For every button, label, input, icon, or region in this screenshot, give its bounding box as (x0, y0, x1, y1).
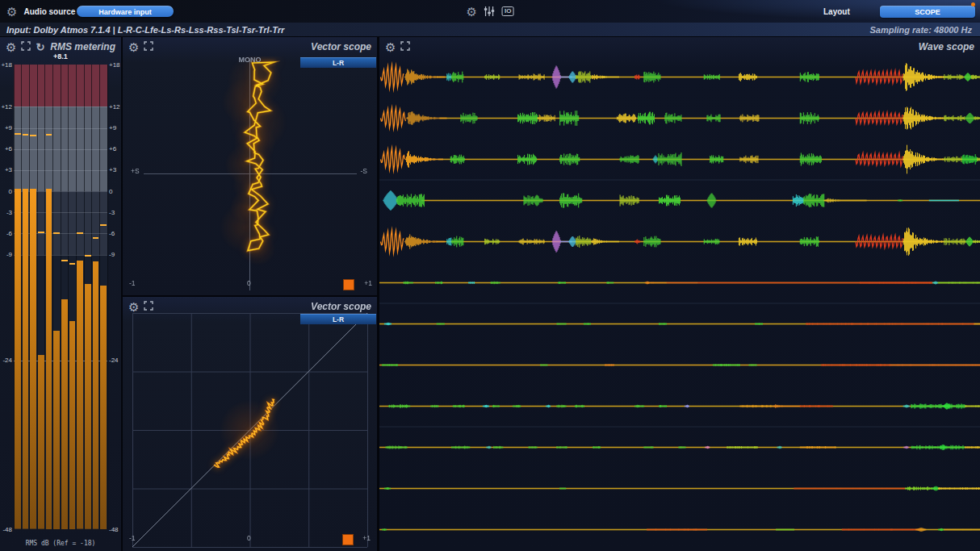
minus-s-label: -S (361, 167, 368, 175)
top-center-toolbar: ⚙ IO (467, 0, 514, 23)
db-scale-label: +3 (109, 166, 116, 173)
layout-label[interactable]: Layout (823, 7, 850, 16)
vst-trace-color-swatch[interactable] (343, 279, 354, 290)
rms-peak-Lfe (38, 232, 44, 233)
rms-peak-Tsl (77, 232, 83, 234)
plus-s-label: +S (131, 167, 140, 175)
db-scale-label: -48 (109, 526, 119, 533)
rms-peak-R (23, 134, 29, 136)
scope-button[interactable]: SCOPE (880, 6, 975, 18)
db-scale-label: +18 (109, 61, 120, 69)
vector-top-header: ⚙ Vector scope (123, 37, 377, 56)
vector-top-fullscreen-icon[interactable] (144, 40, 153, 53)
rms-panel-title: RMS metering (50, 41, 115, 52)
rms-bar-Tsr (85, 284, 91, 529)
rms-bar-C (30, 189, 36, 529)
rms-peak-Trl (93, 237, 99, 239)
rms-peak-Tsr (85, 255, 91, 257)
db-scale-label: -24 (109, 357, 119, 364)
status-dot (971, 2, 975, 6)
rms-meter-plot (14, 65, 107, 529)
rms-bar-Rss (69, 321, 76, 529)
db-scale-label: 0 (1, 188, 12, 195)
top-bar: ⚙ Audio source Hardware input ⚙ IO Layou… (0, 0, 980, 23)
audio-source-label: Audio source (23, 7, 75, 16)
vst-axis-zero-label: 0 (247, 279, 251, 287)
db-scale-label: -3 (1, 209, 12, 216)
rms-bar-Trr (100, 286, 107, 529)
db-scale-label: -6 (1, 230, 12, 237)
rms-bar-Ls (46, 189, 52, 529)
rms-bar-R (23, 189, 29, 529)
wave-panel-header: ⚙ Wave scope (379, 37, 980, 56)
input-format-text: Input: Dolby Atmos 7.1.4 | L-R-C-Lfe-Ls-… (6, 25, 284, 35)
vsb-trace-color-swatch[interactable] (342, 534, 354, 545)
db-scale-label: +6 (1, 145, 12, 152)
rms-peak-Rs (53, 232, 60, 234)
io-routing-icon[interactable]: IO (502, 6, 513, 16)
db-scale-label: +12 (109, 103, 120, 111)
info-bar: Input: Dolby Atmos 7.1.4 | L-R-C-Lfe-Ls-… (0, 23, 980, 36)
wave-scope-display (379, 56, 980, 550)
vector-scope-display-top (123, 56, 377, 295)
settings-gear-icon[interactable]: ⚙ (6, 6, 17, 18)
vector-scope-panel-bottom: ⚙ Vector scope L-R -1 0 +1 (123, 297, 377, 551)
rms-peak-L (15, 133, 21, 135)
db-scale-label: +12 (1, 103, 12, 111)
wave-panel-title: Wave scope (919, 41, 974, 52)
vector-top-mode-button[interactable]: L-R (300, 57, 376, 68)
rms-bar-Lfe (38, 355, 44, 529)
vsb-axis-zero-label: 0 (247, 534, 251, 542)
wave-fullscreen-icon[interactable] (400, 40, 410, 53)
vector-top-settings-gear-icon[interactable]: ⚙ (128, 41, 139, 53)
rms-bar-Trl (93, 261, 99, 529)
db-scale-label: +9 (109, 124, 116, 131)
db-scale-label: -9 (109, 251, 115, 258)
wave-settings-gear-icon[interactable]: ⚙ (385, 41, 396, 53)
vst-axis-max-label: +1 (364, 279, 372, 287)
vst-axis-min-label: -1 (129, 279, 136, 287)
meter-gridline (14, 149, 107, 150)
meter-gridline (14, 128, 107, 129)
rms-settings-gear-icon[interactable]: ⚙ (6, 41, 16, 53)
vector-bottom-mode-button[interactable]: L-R (300, 314, 376, 324)
vsb-axis-max-label: +1 (362, 534, 371, 542)
db-scale-label: +6 (109, 145, 116, 152)
meter-gridline (14, 106, 107, 107)
rms-metering-panel: ⚙ ↻ RMS metering +8.1 RMS dB (Ref = -18)… (0, 37, 121, 551)
db-scale-label: 0 (109, 188, 112, 195)
sampling-rate-text: Sampling rate: 48000 Hz (869, 25, 972, 35)
meter-column-separator (107, 65, 108, 529)
vector-scope-panel-top: ⚙ Vector scope MONO +S -S L-R -1 0 +1 (123, 37, 377, 295)
meter-gridline (14, 170, 107, 171)
vector-top-title: Vector scope (311, 41, 371, 52)
vsb-axis-min-label: -1 (129, 534, 136, 542)
rms-reset-icon[interactable]: ↻ (36, 42, 44, 52)
rms-peak-Lss (61, 260, 68, 261)
rms-bar-Lss (61, 299, 68, 529)
mixer-sliders-icon[interactable] (484, 6, 495, 16)
rms-bar-Rs (53, 331, 60, 529)
rms-footer-label: RMS dB (Ref = -18) (0, 540, 121, 547)
wave-scope-panel: ⚙ Wave scope (379, 37, 980, 551)
audio-analyzer-app: ⚙ Audio source Hardware input ⚙ IO Layou… (0, 0, 980, 551)
rms-peak-Trr (100, 224, 107, 226)
db-scale-label: -6 (109, 230, 115, 237)
center-settings-gear-icon[interactable]: ⚙ (467, 6, 477, 18)
rms-max-readout: +8.1 (14, 52, 107, 61)
db-scale-label: -24 (1, 357, 12, 364)
vector-scope-display-bottom (123, 297, 377, 551)
rms-peak-Ls (46, 134, 52, 136)
db-scale-label: -48 (1, 526, 12, 533)
rms-bar-L (15, 189, 21, 529)
db-scale-label: +9 (1, 124, 12, 131)
rms-peak-Rss (69, 263, 76, 265)
rms-peak-C (30, 135, 36, 136)
db-scale-label: +18 (1, 61, 12, 69)
rms-fullscreen-icon[interactable] (21, 40, 31, 53)
db-scale-label: -9 (1, 251, 12, 258)
db-scale-label: +3 (1, 166, 12, 173)
db-scale-label: -3 (109, 209, 115, 216)
rms-bar-Tsl (77, 261, 83, 529)
hardware-input-button[interactable]: Hardware input (77, 6, 174, 17)
